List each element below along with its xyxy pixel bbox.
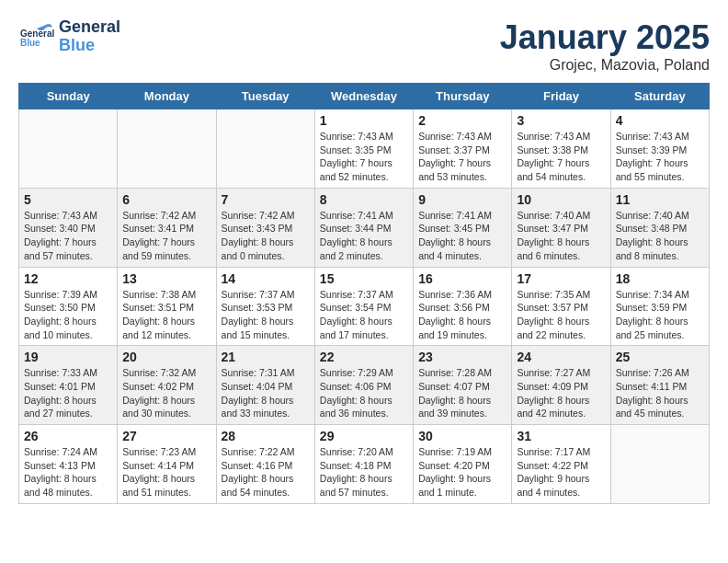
- logo-blue: Blue: [59, 37, 120, 55]
- day-number: 6: [122, 192, 210, 207]
- day-number: 15: [320, 271, 408, 286]
- day-info: Sunrise: 7:43 AMSunset: 3:38 PMDaylight:…: [517, 130, 605, 184]
- table-row: 1Sunrise: 7:43 AMSunset: 3:35 PMDaylight…: [314, 109, 413, 189]
- day-info: Sunrise: 7:34 AMSunset: 3:59 PMDaylight:…: [616, 288, 704, 342]
- header-tuesday: Tuesday: [216, 84, 314, 109]
- table-row: 25Sunrise: 7:26 AMSunset: 4:11 PMDayligh…: [610, 346, 709, 425]
- calendar: Sunday Monday Tuesday Wednesday Thursday…: [18, 83, 710, 504]
- table-row: 18Sunrise: 7:34 AMSunset: 3:59 PMDayligh…: [610, 267, 709, 346]
- day-number: 21: [222, 350, 310, 364]
- day-number: 26: [24, 429, 112, 443]
- table-row: 16Sunrise: 7:36 AMSunset: 3:56 PMDayligh…: [414, 267, 512, 346]
- header-monday: Monday: [118, 84, 216, 109]
- day-info: Sunrise: 7:40 AMSunset: 3:48 PMDaylight:…: [616, 209, 704, 263]
- table-row: 30Sunrise: 7:19 AMSunset: 4:20 PMDayligh…: [414, 425, 512, 504]
- day-number: 19: [24, 350, 112, 364]
- header-thursday: Thursday: [414, 84, 512, 109]
- day-number: 29: [320, 429, 408, 443]
- table-row: [19, 109, 118, 189]
- table-row: 13Sunrise: 7:38 AMSunset: 3:51 PMDayligh…: [118, 267, 216, 346]
- calendar-header-row: Sunday Monday Tuesday Wednesday Thursday…: [19, 84, 710, 109]
- table-row: 27Sunrise: 7:23 AMSunset: 4:14 PMDayligh…: [118, 425, 216, 504]
- day-number: 12: [24, 271, 112, 286]
- table-row: 10Sunrise: 7:40 AMSunset: 3:47 PMDayligh…: [512, 188, 610, 267]
- table-row: 21Sunrise: 7:31 AMSunset: 4:04 PMDayligh…: [216, 346, 314, 425]
- day-info: Sunrise: 7:41 AMSunset: 3:45 PMDaylight:…: [418, 209, 506, 263]
- day-number: 13: [122, 271, 210, 286]
- day-number: 27: [122, 429, 210, 443]
- table-row: 9Sunrise: 7:41 AMSunset: 3:45 PMDaylight…: [414, 188, 512, 267]
- day-info: Sunrise: 7:43 AMSunset: 3:40 PMDaylight:…: [24, 209, 112, 263]
- title-area: January 2025 Grojec, Mazovia, Poland: [500, 18, 710, 74]
- day-info: Sunrise: 7:32 AMSunset: 4:02 PMDaylight:…: [122, 366, 210, 420]
- day-number: 16: [418, 271, 506, 286]
- day-info: Sunrise: 7:20 AMSunset: 4:18 PMDaylight:…: [320, 445, 408, 500]
- table-row: 17Sunrise: 7:35 AMSunset: 3:57 PMDayligh…: [512, 267, 610, 346]
- day-number: 7: [222, 192, 310, 207]
- logo: General Blue General Blue: [18, 18, 120, 55]
- logo-icon: General Blue: [18, 18, 55, 55]
- table-row: 5Sunrise: 7:43 AMSunset: 3:40 PMDaylight…: [19, 188, 118, 267]
- day-info: Sunrise: 7:33 AMSunset: 4:01 PMDaylight:…: [24, 366, 112, 420]
- table-row: 19Sunrise: 7:33 AMSunset: 4:01 PMDayligh…: [19, 346, 118, 425]
- day-number: 20: [122, 350, 210, 364]
- day-info: Sunrise: 7:27 AMSunset: 4:09 PMDaylight:…: [517, 366, 605, 420]
- table-row: 12Sunrise: 7:39 AMSunset: 3:50 PMDayligh…: [19, 267, 118, 346]
- day-info: Sunrise: 7:29 AMSunset: 4:06 PMDaylight:…: [320, 366, 408, 420]
- day-info: Sunrise: 7:37 AMSunset: 3:53 PMDaylight:…: [222, 288, 310, 342]
- table-row: 22Sunrise: 7:29 AMSunset: 4:06 PMDayligh…: [314, 346, 413, 425]
- table-row: 7Sunrise: 7:42 AMSunset: 3:43 PMDaylight…: [216, 188, 314, 267]
- table-row: 15Sunrise: 7:37 AMSunset: 3:54 PMDayligh…: [314, 267, 413, 346]
- table-row: [118, 109, 216, 189]
- table-row: 6Sunrise: 7:42 AMSunset: 3:41 PMDaylight…: [118, 188, 216, 267]
- week-row-1: 1Sunrise: 7:43 AMSunset: 3:35 PMDaylight…: [19, 109, 710, 189]
- day-info: Sunrise: 7:36 AMSunset: 3:56 PMDaylight:…: [418, 288, 506, 342]
- day-number: 1: [320, 113, 408, 128]
- table-row: 29Sunrise: 7:20 AMSunset: 4:18 PMDayligh…: [314, 425, 413, 504]
- day-number: 8: [320, 192, 408, 207]
- day-number: 17: [517, 271, 605, 286]
- day-info: Sunrise: 7:37 AMSunset: 3:54 PMDaylight:…: [320, 288, 408, 342]
- day-info: Sunrise: 7:28 AMSunset: 4:07 PMDaylight:…: [418, 366, 506, 420]
- day-number: 2: [418, 113, 506, 128]
- week-row-5: 26Sunrise: 7:24 AMSunset: 4:13 PMDayligh…: [19, 425, 710, 504]
- day-info: Sunrise: 7:24 AMSunset: 4:13 PMDaylight:…: [24, 445, 112, 500]
- table-row: [216, 109, 314, 189]
- month-title: January 2025: [500, 18, 710, 57]
- day-number: 23: [418, 350, 506, 364]
- week-row-2: 5Sunrise: 7:43 AMSunset: 3:40 PMDaylight…: [19, 188, 710, 267]
- day-info: Sunrise: 7:42 AMSunset: 3:41 PMDaylight:…: [122, 209, 210, 263]
- day-info: Sunrise: 7:38 AMSunset: 3:51 PMDaylight:…: [122, 288, 210, 342]
- day-number: 25: [616, 350, 704, 364]
- day-number: 10: [517, 192, 605, 207]
- table-row: 11Sunrise: 7:40 AMSunset: 3:48 PMDayligh…: [610, 188, 709, 267]
- day-number: 18: [616, 271, 704, 286]
- table-row: 28Sunrise: 7:22 AMSunset: 4:16 PMDayligh…: [216, 425, 314, 504]
- day-number: 14: [222, 271, 310, 286]
- logo-general: General: [59, 18, 120, 37]
- day-info: Sunrise: 7:42 AMSunset: 3:43 PMDaylight:…: [222, 209, 310, 263]
- day-info: Sunrise: 7:19 AMSunset: 4:20 PMDaylight:…: [418, 445, 506, 500]
- table-row: 20Sunrise: 7:32 AMSunset: 4:02 PMDayligh…: [118, 346, 216, 425]
- day-info: Sunrise: 7:39 AMSunset: 3:50 PMDaylight:…: [24, 288, 112, 342]
- day-number: 5: [24, 192, 112, 207]
- location: Grojec, Mazovia, Poland: [500, 57, 710, 74]
- day-number: 22: [320, 350, 408, 364]
- header-friday: Friday: [512, 84, 610, 109]
- day-info: Sunrise: 7:22 AMSunset: 4:16 PMDaylight:…: [222, 445, 310, 500]
- day-info: Sunrise: 7:17 AMSunset: 4:22 PMDaylight:…: [517, 445, 605, 500]
- day-number: 9: [418, 192, 506, 207]
- day-number: 30: [418, 429, 506, 443]
- day-info: Sunrise: 7:23 AMSunset: 4:14 PMDaylight:…: [122, 445, 210, 500]
- table-row: 4Sunrise: 7:43 AMSunset: 3:39 PMDaylight…: [610, 109, 709, 189]
- header-wednesday: Wednesday: [314, 84, 413, 109]
- table-row: 26Sunrise: 7:24 AMSunset: 4:13 PMDayligh…: [19, 425, 118, 504]
- day-info: Sunrise: 7:40 AMSunset: 3:47 PMDaylight:…: [517, 209, 605, 263]
- week-row-3: 12Sunrise: 7:39 AMSunset: 3:50 PMDayligh…: [19, 267, 710, 346]
- day-number: 28: [222, 429, 310, 443]
- table-row: 31Sunrise: 7:17 AMSunset: 4:22 PMDayligh…: [512, 425, 610, 504]
- day-number: 31: [517, 429, 605, 443]
- day-number: 4: [616, 113, 704, 128]
- day-info: Sunrise: 7:31 AMSunset: 4:04 PMDaylight:…: [222, 366, 310, 420]
- day-number: 11: [616, 192, 704, 207]
